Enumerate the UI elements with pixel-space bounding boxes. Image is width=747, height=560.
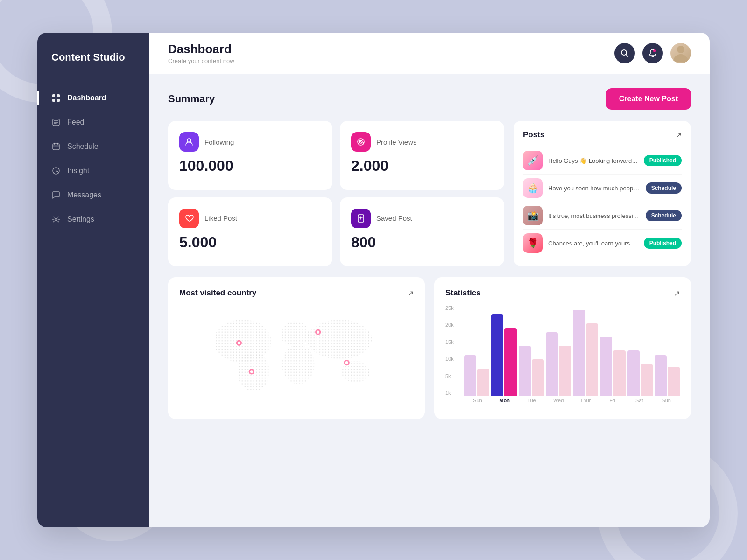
svg-point-26 [282,345,314,385]
liked-post-label: Liked Post [204,214,237,222]
chart-bar-group [655,305,680,396]
statistics-title: Statistics [445,288,481,298]
post-thumb-0: 💉 [523,151,543,170]
post-badge-3: Published [644,238,682,249]
insight-icon [51,166,61,175]
summary-header: Summary Create New Post [168,88,691,110]
page-title: Dashboard [168,42,234,56]
profile-views-icon [351,132,371,152]
svg-point-27 [307,320,372,359]
following-value: 100.000 [179,157,321,175]
main-content: Dashboard Create your content now [149,33,710,527]
post-text-2: It's true, most business professionals..… [548,212,640,219]
svg-rect-3 [57,99,60,102]
sidebar-item-feed[interactable]: Feed [37,111,149,133]
saved-post-label: Saved Post [376,214,412,222]
stat-card-liked: Liked Post 5.000 [168,197,332,266]
chart-bar-secondary [504,328,516,396]
sidebar-item-settings-label: Settings [67,215,94,224]
chart-x-label: Thur [572,398,599,408]
stats-posts-row: Following 100.000 [168,121,691,266]
settings-icon [51,215,61,224]
stats-grid: Following 100.000 [168,121,504,266]
svg-line-15 [626,55,628,57]
chart-bar-secondary [559,346,571,396]
post-item-2: 📸 It's true, most business professionals… [523,202,682,230]
notification-button[interactable] [642,43,663,63]
stat-card-profile-views: Profile Views 2.000 [340,121,504,190]
sidebar-nav: Dashboard Feed [37,87,149,513]
feed-icon [51,118,61,127]
posts-panel: Posts ↗ 💉 Hello Guys 👋 Looking forward t… [514,121,691,266]
post-thumb-2: 📸 [523,206,543,225]
post-item-0: 💉 Hello Guys 👋 Looking forward to your..… [523,147,682,175]
posts-title: Posts [523,130,544,140]
summary-title: Summary [168,93,215,105]
sidebar-item-settings[interactable]: Settings [37,208,149,231]
chart-bar-secondary [586,323,598,396]
search-button[interactable] [614,43,635,63]
liked-icon [179,209,199,228]
sidebar-item-feed-label: Feed [67,118,84,126]
chart-bar-primary [627,350,640,396]
chart-bar-group [573,305,598,396]
chart-y-axis: 25k 20k 15k 10k 5k 1k [445,305,462,396]
map-expand-icon[interactable]: ↗ [408,289,414,298]
sidebar-item-dashboard-label: Dashboard [67,94,106,102]
chart-bar-group [491,305,516,396]
header-title-group: Dashboard Create your content now [168,42,234,64]
post-text-1: Have you seen how much people are... [548,185,640,192]
chart-x-label: Wed [545,398,572,408]
y-label-25k: 25k [445,305,462,311]
chart-bar-primary [464,355,476,396]
stat-following-header: Following [179,132,321,152]
svg-point-16 [653,49,656,52]
profile-views-value: 2.000 [351,157,493,175]
stat-profileviews-header: Profile Views [351,132,493,152]
chart-bar-primary [491,314,503,396]
sidebar-item-dashboard[interactable]: Dashboard [37,87,149,109]
sidebar-item-schedule[interactable]: Schedule [37,135,149,158]
chart-x-label: Sat [626,398,653,408]
map-panel-header: Most visited country ↗ [179,288,414,298]
calendar-icon [51,142,61,151]
svg-rect-0 [52,94,55,97]
statistics-expand-icon[interactable]: ↗ [674,289,680,298]
create-post-button[interactable]: Create New Post [606,88,691,110]
post-text-3: Chances are, you'll earn yourself a new.… [548,240,638,247]
following-icon [179,132,199,152]
chart-bar-group [546,305,571,396]
svg-point-36 [345,361,348,364]
grid-icon [51,93,61,103]
y-label-15k: 15k [445,339,462,345]
post-badge-1: Schedule [646,182,682,194]
page-subtitle: Create your content now [168,57,234,64]
post-badge-0: Published [644,155,682,166]
saved-icon [351,209,371,228]
chart-bar-secondary [668,367,680,396]
statistics-panel: Statistics ↗ 25k 20k 15k 10k 5k 1k [434,277,691,419]
post-item-3: 🌹 Chances are, you'll earn yourself a ne… [523,230,682,257]
post-thumb-3: 🌹 [523,233,543,253]
y-label-5k: 5k [445,373,462,379]
chart-bar-secondary [641,364,653,396]
user-avatar[interactable] [670,43,691,63]
svg-point-17 [677,46,684,53]
sidebar-item-insight[interactable]: Insight [37,160,149,182]
sidebar-item-messages[interactable]: Messages [37,184,149,206]
sidebar: Content Studio Dashboard [37,33,149,527]
post-thumb-1: 🧁 [523,178,543,198]
chart-container: 25k 20k 15k 10k 5k 1k SunMonTueWedThurFr [445,305,680,408]
chart-bar-primary [655,355,667,396]
y-label-10k: 10k [445,356,462,362]
chart-bar-primary [600,337,612,396]
chart-x-label: Sun [464,398,491,408]
chart-x-label: Tue [518,398,545,408]
content-area: Summary Create New Post [149,74,710,527]
profile-views-label: Profile Views [376,138,416,146]
svg-point-25 [280,322,309,347]
app-header: Dashboard Create your content now [149,33,710,74]
message-icon [51,190,61,200]
bottom-row: Most visited country ↗ [168,277,691,419]
posts-expand-icon[interactable]: ↗ [676,131,682,140]
